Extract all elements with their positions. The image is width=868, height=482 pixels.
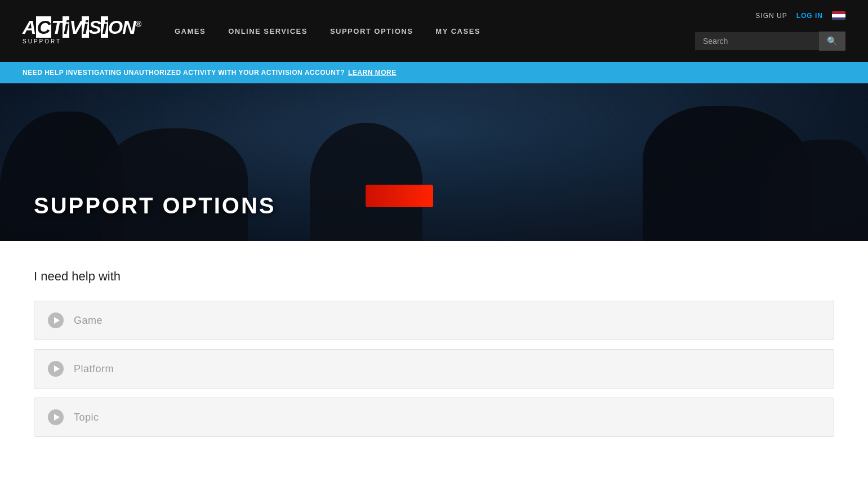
hero-title: SUPPORT OPTIONS [34, 193, 276, 218]
top-bar: ACTiViSiON® SUPPORT GAMES ONLINE SERVICE… [0, 0, 868, 62]
accordion-item-platform[interactable]: Platform [34, 349, 834, 389]
log-in-link[interactable]: LOG IN [796, 12, 823, 20]
accordion-label-topic: Topic [74, 412, 99, 423]
accordion-item-game[interactable]: Game [34, 301, 834, 340]
search-area: 🔍 [695, 32, 845, 51]
silhouette-2 [101, 128, 248, 241]
silhouette-3 [310, 123, 422, 241]
hero-section: SUPPORT OPTIONS [0, 83, 868, 241]
logo-support-label: SUPPORT [23, 38, 61, 44]
search-button[interactable]: 🔍 [819, 32, 845, 51]
nav-item-games[interactable]: GAMES [175, 27, 206, 35]
search-icon: 🔍 [827, 36, 838, 46]
logo-area[interactable]: ACTiViSiON® SUPPORT [23, 17, 141, 44]
info-banner: NEED HELP INVESTIGATING UNAUTHORIZED ACT… [0, 62, 868, 83]
accordion-item-topic[interactable]: Topic [34, 398, 834, 437]
main-content: I need help with Game Platform Topic [0, 241, 868, 480]
red-vehicle-accent [366, 185, 433, 207]
play-icon-platform [48, 361, 64, 377]
accordion-label-game: Game [74, 315, 103, 327]
silhouette-5 [767, 140, 868, 241]
nav-item-support-options[interactable]: SUPPORT OPTIONS [330, 27, 413, 35]
accordion-label-platform: Platform [74, 363, 114, 375]
banner-text: NEED HELP INVESTIGATING UNAUTHORIZED ACT… [23, 69, 345, 77]
top-right-controls: SIGN UP LOG IN [755, 11, 845, 20]
nav-item-my-cases[interactable]: MY CASES [435, 27, 480, 35]
play-icon-topic [48, 409, 64, 425]
play-icon-game [48, 313, 64, 328]
search-input[interactable] [695, 32, 819, 50]
logo-text: ACTiViSiON® [23, 17, 141, 37]
banner-learn-more-link[interactable]: LEARN MORE [348, 69, 397, 77]
sign-up-link[interactable]: SIGN UP [755, 12, 787, 20]
nav-item-online-services[interactable]: ONLINE SERVICES [228, 27, 308, 35]
help-heading: I need help with [34, 269, 834, 284]
language-flag[interactable] [832, 11, 845, 20]
